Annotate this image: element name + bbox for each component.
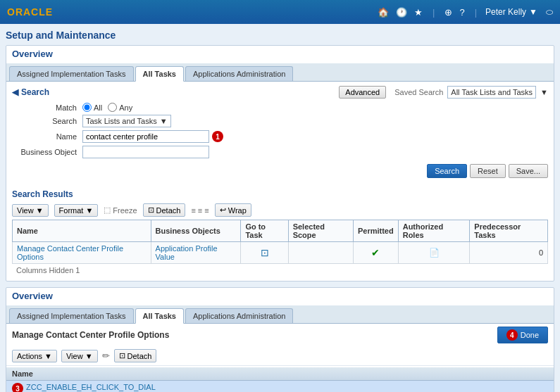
panel-subtitle: Manage Contact Center Profile Options bbox=[6, 326, 175, 344]
actions-dropdown-icon: ▼ bbox=[44, 352, 52, 360]
done-label: Done bbox=[521, 331, 539, 339]
row-goto[interactable]: ⊡ bbox=[241, 242, 288, 264]
col-roles: Authorized Roles bbox=[398, 220, 470, 242]
view-button-2[interactable]: View ▼ bbox=[61, 350, 98, 362]
detach-icon: ⊡ bbox=[148, 206, 154, 215]
overview2-header: Manage Contact Center Profile Options 4 … bbox=[6, 324, 554, 346]
tab-assigned-tasks[interactable]: Assigned Implementation Tasks bbox=[9, 66, 134, 81]
actions-label: Actions bbox=[17, 352, 42, 360]
save-button[interactable]: Save... bbox=[509, 164, 548, 178]
match-label: Match bbox=[12, 103, 82, 112]
freeze-label: Freeze bbox=[113, 206, 137, 215]
columns-hidden: Columns Hidden 1 bbox=[12, 264, 548, 277]
username: Peter Kelly bbox=[485, 7, 526, 17]
header: ORACLE 🏠 🕐 ★ | ⊕ ? | Peter Kelly ▼ ⬭ bbox=[0, 0, 560, 24]
saved-search-dropdown[interactable]: ▼ bbox=[540, 88, 548, 96]
tab-all-tasks[interactable]: All Tasks bbox=[135, 66, 185, 82]
star-icon[interactable]: ★ bbox=[414, 7, 423, 18]
match-any-radio[interactable]: Any bbox=[108, 103, 132, 112]
list-header: Name bbox=[6, 367, 554, 381]
tab-app-admin[interactable]: Applications Administration bbox=[185, 66, 293, 81]
wrap-button[interactable]: ↩ Wrap bbox=[215, 203, 251, 217]
business-object-label: Business Object bbox=[12, 148, 82, 156]
search-row: Search Task Lists and Tasks ▼ bbox=[12, 115, 548, 127]
edit-icon[interactable]: ✏ bbox=[102, 350, 110, 361]
profile-list: Name 3 ZCC_ENABLE_EH_CLICK_TO_DIAL ZCC_E… bbox=[6, 366, 554, 392]
match-radio-group: All Any bbox=[82, 103, 132, 112]
help-icon1[interactable]: ⊕ bbox=[444, 7, 452, 18]
collapse-triangle[interactable]: ◀ bbox=[12, 87, 18, 97]
header-icons: 🏠 🕐 ★ | ⊕ ? | bbox=[378, 7, 480, 18]
detach-label-2: Detach bbox=[127, 352, 152, 360]
list-link-1[interactable]: ZCC_ENABLE_EH_CLICK_TO_DIAL bbox=[26, 383, 156, 392]
view-button[interactable]: View ▼ bbox=[12, 204, 49, 217]
format-button[interactable]: Format ▼ bbox=[54, 204, 99, 217]
wrap-icon: ↩ bbox=[220, 206, 226, 215]
row-predecessor: 0 bbox=[470, 242, 548, 264]
format-label: Format bbox=[59, 206, 84, 215]
step-3-badge: 3 bbox=[12, 383, 23, 392]
search-dropdown[interactable]: Task Lists and Tasks ▼ bbox=[82, 115, 171, 127]
row-roles: 📄 bbox=[398, 242, 470, 264]
view-label: View bbox=[17, 206, 34, 215]
view-label-2: View bbox=[66, 352, 83, 360]
overview-title-2: Overview bbox=[6, 288, 554, 304]
sort-icons: ≡ ≡ ≡ bbox=[191, 206, 209, 215]
detach-label: Detach bbox=[156, 206, 181, 215]
tab2-all-tasks[interactable]: All Tasks bbox=[135, 308, 185, 324]
reset-button[interactable]: Reset bbox=[470, 164, 506, 178]
col-predecessor: Predecessor Tasks bbox=[470, 220, 548, 242]
results-toolbar: View ▼ Format ▼ ⬚ Freeze ⊡ Detach ≡ ≡ ≡ bbox=[12, 203, 548, 217]
page-icon: 📄 bbox=[429, 248, 440, 258]
search-dropdown-value: Task Lists and Tasks bbox=[86, 117, 157, 125]
actions-button[interactable]: Actions ▼ bbox=[12, 350, 57, 362]
tab2-app-admin[interactable]: Applications Administration bbox=[185, 308, 293, 323]
row-name[interactable]: Manage Contact Center Profile Options bbox=[13, 242, 151, 264]
view-dropdown-icon: ▼ bbox=[36, 206, 44, 215]
results-title: Search Results bbox=[12, 189, 548, 199]
saved-search-label: Saved Search bbox=[394, 88, 443, 96]
check-icon: ✔ bbox=[371, 247, 380, 258]
goto-icon: ⊡ bbox=[261, 247, 269, 258]
row-business[interactable]: Application Profile Value bbox=[151, 242, 241, 264]
tab2-assigned-tasks[interactable]: Assigned Implementation Tasks bbox=[9, 308, 134, 323]
wrap-label: Wrap bbox=[228, 206, 247, 215]
detach-button[interactable]: ⊡ Detach bbox=[143, 203, 186, 217]
logout-icon[interactable]: ⬭ bbox=[546, 7, 553, 17]
list-col-name: Name bbox=[12, 369, 33, 378]
col-scope: Selected Scope bbox=[288, 220, 353, 242]
search-form: Match All Any Search Task Lists and Task… bbox=[12, 103, 548, 158]
table-row: Manage Contact Center Profile Options Ap… bbox=[13, 242, 548, 264]
search-section: ◀ Search Advanced Saved Search All Task … bbox=[6, 82, 554, 185]
actions-toolbar: Actions ▼ View ▼ ✏ ⊡ Detach bbox=[6, 346, 554, 366]
match-row: Match All Any bbox=[12, 103, 548, 112]
freeze-button: ⬚ Freeze bbox=[104, 206, 137, 215]
col-business: Business Objects bbox=[151, 220, 241, 242]
done-button[interactable]: 4 Done bbox=[497, 327, 548, 343]
list-item[interactable]: 3 ZCC_ENABLE_EH_CLICK_TO_DIAL bbox=[6, 381, 554, 392]
results-section: Search Results View ▼ Format ▼ ⬚ Freeze … bbox=[6, 185, 554, 281]
help-icon2[interactable]: ? bbox=[459, 7, 464, 18]
search-button[interactable]: Search bbox=[427, 164, 467, 178]
user-menu[interactable]: Peter Kelly ▼ ⬭ bbox=[485, 7, 553, 17]
saved-search-value[interactable]: All Task Lists and Tasks bbox=[447, 86, 536, 99]
business-object-row: Business Object bbox=[12, 146, 548, 158]
row-scope bbox=[288, 242, 353, 264]
home-icon[interactable]: 🏠 bbox=[378, 7, 389, 18]
col-name: Name bbox=[13, 220, 151, 242]
detach-icon-2: ⊡ bbox=[119, 351, 125, 360]
detach-button-2[interactable]: ⊡ Detach bbox=[114, 349, 157, 362]
row-permitted: ✔ bbox=[353, 242, 398, 264]
advanced-button[interactable]: Advanced bbox=[339, 86, 386, 99]
saved-search-area: Saved Search All Task Lists and Tasks ▼ bbox=[394, 86, 548, 99]
name-input[interactable] bbox=[82, 130, 209, 143]
business-object-input[interactable] bbox=[82, 146, 209, 158]
main-content: Setup and Maintenance Overview Assigned … bbox=[0, 24, 560, 392]
step-1-badge: 1 bbox=[212, 131, 223, 142]
name-label: Name bbox=[12, 132, 82, 141]
name-row: Name 1 bbox=[12, 130, 548, 143]
search-buttons: Search Reset Save... bbox=[12, 161, 548, 181]
match-all-radio[interactable]: All bbox=[82, 103, 102, 112]
clock-icon[interactable]: 🕐 bbox=[396, 7, 407, 18]
col-goto: Go to Task bbox=[241, 220, 288, 242]
